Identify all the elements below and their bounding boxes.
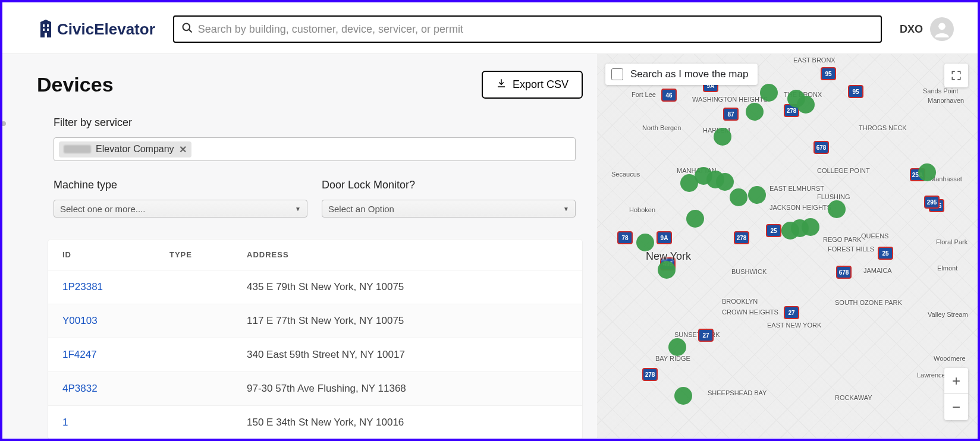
search-as-move-label: Search as I move the map bbox=[630, 68, 748, 80]
map-marker[interactable] bbox=[716, 173, 734, 191]
map-marker[interactable] bbox=[918, 163, 936, 181]
route-shield-icon: 278 bbox=[734, 231, 749, 244]
column-header-address[interactable]: ADDRESS bbox=[233, 240, 582, 270]
map-marker[interactable] bbox=[746, 103, 764, 121]
map-marker[interactable] bbox=[760, 84, 778, 102]
filter-machine-type-label: Machine type bbox=[54, 179, 307, 191]
map-marker[interactable] bbox=[797, 96, 815, 114]
device-id-link[interactable]: Y00103 bbox=[48, 304, 155, 338]
brand-logo[interactable]: CivicElevator bbox=[38, 20, 155, 39]
device-id-link[interactable]: 1F4247 bbox=[48, 338, 155, 372]
route-shield-icon: 678 bbox=[836, 266, 852, 279]
route-shield-icon: 95 bbox=[821, 67, 836, 80]
device-id-link[interactable]: 1P23381 bbox=[48, 270, 155, 304]
door-lock-select[interactable]: Select an Option ▼ bbox=[322, 200, 576, 218]
device-id-link[interactable]: 1 bbox=[48, 406, 155, 440]
chip-remove-icon[interactable]: ✕ bbox=[179, 144, 187, 155]
svg-point-5 bbox=[183, 24, 190, 31]
map-marker[interactable] bbox=[730, 188, 747, 206]
map-marker[interactable] bbox=[686, 210, 704, 228]
device-address: 150 E 34th St New York, NY 10016 bbox=[233, 406, 582, 440]
chevron-down-icon: ▼ bbox=[563, 206, 569, 212]
map-place-label: Floral Park bbox=[936, 238, 968, 245]
machine-type-select[interactable]: Select one or more.... ▼ bbox=[54, 200, 307, 218]
map-place-label: Secaucus bbox=[611, 171, 640, 178]
map-search-as-move[interactable]: Search as I move the map bbox=[605, 64, 758, 85]
map-marker[interactable] bbox=[658, 261, 676, 279]
map-place-label: Sands Point bbox=[923, 87, 958, 94]
map-place-label: BAY RIDGE bbox=[655, 355, 690, 362]
map-marker[interactable] bbox=[802, 218, 819, 236]
map-marker[interactable] bbox=[714, 128, 731, 146]
svg-line-6 bbox=[189, 30, 191, 33]
zoom-in-button[interactable]: + bbox=[944, 368, 968, 394]
filter-servicer-input[interactable]: Elevator Company ✕ bbox=[54, 137, 576, 161]
redacted-text bbox=[64, 145, 91, 153]
device-id-link[interactable]: 4P3832 bbox=[48, 372, 155, 406]
table-row: 4P383297-30 57th Ave Flushing, NY 11368 bbox=[48, 372, 582, 406]
servicer-chip: Elevator Company ✕ bbox=[59, 141, 191, 158]
zoom-out-button[interactable]: − bbox=[944, 394, 968, 420]
topbar: CivicElevator DXO bbox=[2, 2, 978, 54]
map-fullscreen-button[interactable] bbox=[944, 64, 968, 87]
export-csv-button[interactable]: Export CSV bbox=[482, 71, 583, 99]
map-place-label: Manorhaven bbox=[928, 97, 964, 104]
map-marker[interactable] bbox=[828, 200, 846, 218]
svg-rect-4 bbox=[45, 33, 47, 37]
download-icon bbox=[496, 78, 507, 92]
map-place-label: SHEEPSHEAD BAY bbox=[708, 389, 767, 396]
table-row: 1P23381435 E 79th St New York, NY 10075 bbox=[48, 270, 582, 304]
route-shield-icon: 25 bbox=[878, 247, 893, 260]
map-place-label: EAST ELMHURST bbox=[769, 185, 824, 192]
map-marker[interactable] bbox=[674, 387, 692, 405]
brand-name: CivicElevator bbox=[57, 20, 155, 39]
device-address: 117 E 77th St New York, NY 10075 bbox=[233, 304, 582, 338]
svg-rect-3 bbox=[47, 29, 49, 31]
user-menu[interactable]: DXO bbox=[900, 17, 954, 41]
map-zoom-control: + − bbox=[944, 368, 968, 420]
search-icon bbox=[181, 22, 193, 36]
column-header-type[interactable]: TYPE bbox=[155, 240, 233, 270]
map-marker[interactable] bbox=[748, 186, 766, 204]
map-place-label: Woodmere bbox=[934, 355, 966, 362]
map-place-label: Hoboken bbox=[629, 206, 655, 213]
map-place-label: SOUTH OZONE PARK bbox=[835, 299, 902, 306]
device-type bbox=[155, 406, 233, 440]
map-place-label: QUEENS bbox=[861, 232, 888, 240]
map-place-label: Fort Lee bbox=[632, 91, 656, 98]
page-title: Devices bbox=[37, 73, 114, 96]
devices-table: ID TYPE ADDRESS 1P23381435 E 79th St New… bbox=[48, 239, 583, 440]
map-place-label: North Bergen bbox=[642, 124, 681, 131]
table-row: Y00103117 E 77th St New York, NY 10075 bbox=[48, 304, 582, 338]
building-icon bbox=[38, 20, 54, 39]
map-place-label: JAMAICA bbox=[863, 267, 892, 274]
map-place-label: Elmont bbox=[937, 264, 957, 272]
map-marker[interactable] bbox=[668, 338, 686, 356]
device-address: 435 E 79th St New York, NY 10075 bbox=[233, 270, 582, 304]
map-place-label: EAST BRONX bbox=[793, 56, 835, 64]
map-place-label: BUSHWICK bbox=[731, 268, 767, 275]
map-panel[interactable]: EAST BRONXFort LeeWASHINGTON HEIGHTSTHE … bbox=[597, 54, 978, 438]
svg-rect-2 bbox=[43, 29, 45, 31]
map-place-label: FOREST HILLS bbox=[828, 245, 874, 253]
select-placeholder: Select one or more.... bbox=[60, 204, 145, 214]
route-shield-icon: 46 bbox=[661, 89, 677, 102]
user-initials: DXO bbox=[900, 23, 923, 36]
global-search[interactable] bbox=[173, 15, 882, 43]
table-row: 1150 E 34th St New York, NY 10016 bbox=[48, 406, 582, 440]
svg-rect-1 bbox=[47, 24, 49, 27]
search-input[interactable] bbox=[198, 23, 874, 36]
device-type bbox=[155, 372, 233, 406]
map-place-label: THROGS NECK bbox=[859, 124, 907, 131]
column-header-id[interactable]: ID bbox=[48, 240, 155, 270]
device-address: 97-30 57th Ave Flushing, NY 11368 bbox=[233, 372, 582, 406]
device-type bbox=[155, 338, 233, 372]
map-place-label: BROOKLYN bbox=[722, 298, 758, 305]
map-marker[interactable] bbox=[636, 234, 654, 251]
route-shield-icon: 678 bbox=[813, 141, 829, 154]
search-as-move-checkbox[interactable] bbox=[611, 68, 623, 80]
svg-point-7 bbox=[938, 23, 946, 30]
filter-servicer-label: Filter by servicer bbox=[54, 116, 576, 129]
route-shield-icon: 95 bbox=[848, 85, 863, 98]
map-place-label: EAST NEW YORK bbox=[767, 322, 821, 329]
